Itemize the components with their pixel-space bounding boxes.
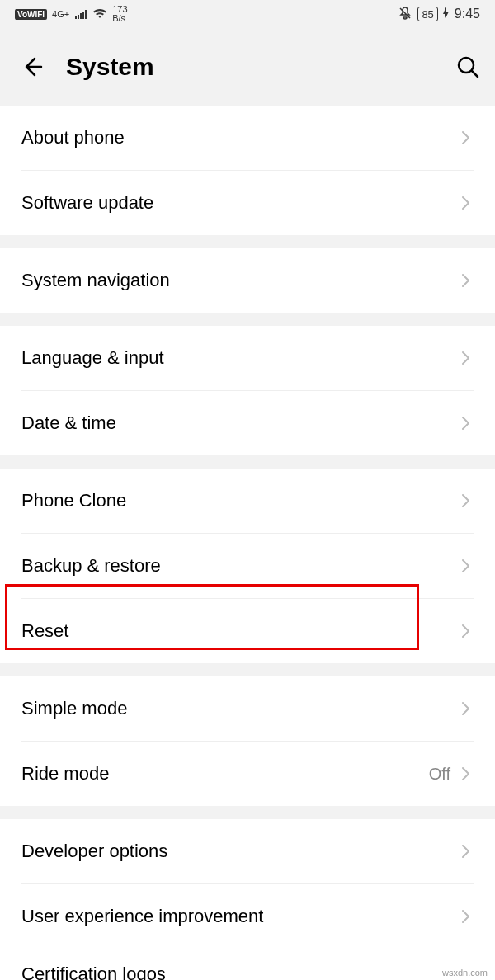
dnd-icon: [398, 6, 412, 23]
settings-group-1: System navigation: [0, 248, 495, 313]
row-phone-clone[interactable]: Phone Clone: [0, 469, 495, 533]
settings-group-2: Language & input Date & time: [0, 326, 495, 455]
row-label: Phone Clone: [21, 490, 459, 511]
group-gap: [0, 235, 495, 248]
row-label: About phone: [21, 127, 459, 148]
status-left: VoWiFi 4G+ 173 B/s: [15, 5, 128, 23]
chevron-right-icon: [459, 351, 474, 365]
row-value: Off: [429, 765, 450, 784]
group-gap: [0, 455, 495, 469]
row-reset[interactable]: Reset: [0, 599, 495, 663]
row-date-time[interactable]: Date & time: [0, 391, 495, 455]
row-label: Ride mode: [21, 763, 429, 784]
row-label: Developer options: [21, 841, 459, 862]
row-label: System navigation: [21, 270, 459, 291]
row-ride-mode[interactable]: Ride mode Off: [0, 742, 495, 806]
chevron-right-icon: [459, 130, 474, 145]
row-user-experience-improvement[interactable]: User experience improvement: [0, 884, 495, 949]
network-type: 4G+: [52, 9, 69, 19]
settings-group-5: Developer options User experience improv…: [0, 819, 495, 980]
row-system-navigation[interactable]: System navigation: [0, 248, 495, 313]
settings-group-4: Simple mode Ride mode Off: [0, 676, 495, 806]
status-time: 9:45: [455, 7, 480, 21]
row-label: Reset: [21, 620, 459, 642]
chevron-right-icon: [459, 416, 474, 431]
group-gap: [0, 313, 495, 326]
network-speed: 173 B/s: [112, 5, 127, 23]
vowifi-badge: VoWiFi: [15, 9, 47, 20]
row-label: Language & input: [21, 347, 459, 369]
header: System: [0, 28, 495, 106]
search-button[interactable]: [455, 54, 480, 79]
settings-group-3: Phone Clone Backup & restore Reset: [0, 469, 495, 663]
row-language-input[interactable]: Language & input: [0, 326, 495, 390]
wifi-icon: [92, 7, 107, 21]
chevron-right-icon: [459, 909, 474, 924]
row-label: Software update: [21, 192, 459, 214]
row-label: Backup & restore: [21, 555, 459, 577]
chevron-right-icon: [459, 493, 474, 508]
settings-group-0: About phone Software update: [0, 106, 495, 235]
chevron-right-icon: [459, 273, 474, 288]
back-button[interactable]: [20, 55, 43, 78]
watermark: wsxdn.com: [440, 967, 490, 978]
row-label: Date & time: [21, 412, 459, 434]
row-certification-logos[interactable]: Certification logos: [0, 949, 495, 980]
row-software-update[interactable]: Software update: [0, 171, 495, 235]
status-bar: VoWiFi 4G+ 173 B/s 85 9:45: [0, 0, 495, 28]
chevron-right-icon: [459, 558, 474, 573]
chevron-right-icon: [459, 624, 474, 638]
group-gap: [0, 806, 495, 819]
battery-indicator: 85: [417, 7, 437, 21]
row-developer-options[interactable]: Developer options: [0, 819, 495, 883]
row-label: User experience improvement: [21, 906, 459, 927]
row-label: Certification logos: [21, 964, 474, 980]
page-title: System: [66, 53, 432, 81]
chevron-right-icon: [459, 844, 474, 859]
row-backup-restore[interactable]: Backup & restore: [0, 534, 495, 598]
signal-icon: [74, 7, 87, 21]
chevron-right-icon: [459, 196, 474, 210]
charging-icon: [443, 7, 450, 22]
chevron-right-icon: [459, 766, 474, 781]
row-simple-mode[interactable]: Simple mode: [0, 676, 495, 741]
group-gap: [0, 663, 495, 676]
row-label: Simple mode: [21, 698, 459, 719]
chevron-right-icon: [459, 701, 474, 716]
row-about-phone[interactable]: About phone: [0, 106, 495, 170]
status-right: 85 9:45: [398, 6, 480, 23]
